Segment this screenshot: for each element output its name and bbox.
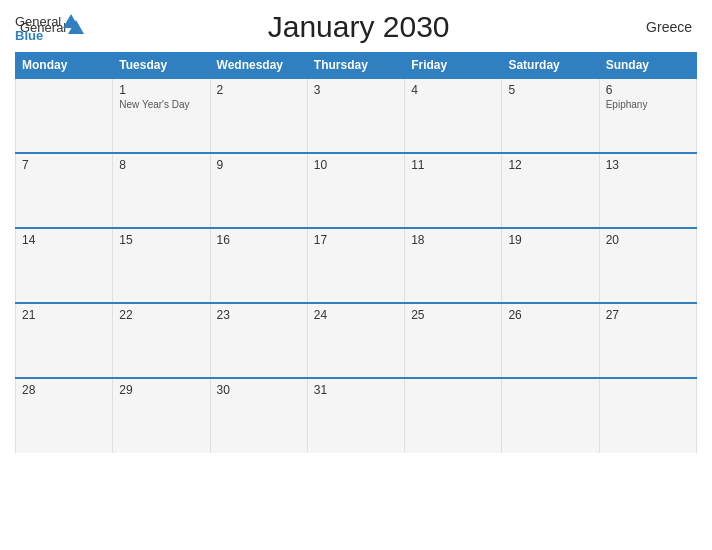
- logo-block: General Blue: [15, 14, 80, 44]
- day-number: 21: [22, 308, 106, 322]
- day-number: 6: [606, 83, 690, 97]
- day-number: 12: [508, 158, 592, 172]
- country-label: Greece: [632, 19, 692, 35]
- day-cell: 4: [405, 78, 502, 153]
- day-cell: 19: [502, 228, 599, 303]
- day-cell: 3: [307, 78, 404, 153]
- day-cell: 2: [210, 78, 307, 153]
- holiday-name: New Year's Day: [119, 99, 203, 110]
- calendar-thead: Monday Tuesday Wednesday Thursday Friday…: [16, 53, 697, 79]
- week-row-0: 1New Year's Day23456Epiphany: [16, 78, 697, 153]
- day-number: 7: [22, 158, 106, 172]
- day-cell: 13: [599, 153, 696, 228]
- day-number: 19: [508, 233, 592, 247]
- day-number: 11: [411, 158, 495, 172]
- day-cell: 25: [405, 303, 502, 378]
- day-number: 13: [606, 158, 690, 172]
- day-cell: 22: [113, 303, 210, 378]
- day-cell: 14: [16, 228, 113, 303]
- day-number: 27: [606, 308, 690, 322]
- day-number: 26: [508, 308, 592, 322]
- day-number: 31: [314, 383, 398, 397]
- day-number: 17: [314, 233, 398, 247]
- day-number: 2: [217, 83, 301, 97]
- logo-flag-icon: [62, 13, 80, 29]
- day-cell: 1New Year's Day: [113, 78, 210, 153]
- day-number: 20: [606, 233, 690, 247]
- day-number: 22: [119, 308, 203, 322]
- day-cell: 6Epiphany: [599, 78, 696, 153]
- day-cell: [16, 78, 113, 153]
- holiday-name: Epiphany: [606, 99, 690, 110]
- day-number: 24: [314, 308, 398, 322]
- calendar-wrapper: General General Blue January 2030 Greece: [0, 0, 712, 550]
- day-number: 14: [22, 233, 106, 247]
- week-row-1: 78910111213: [16, 153, 697, 228]
- day-number: 15: [119, 233, 203, 247]
- day-cell: 10: [307, 153, 404, 228]
- day-cell: 7: [16, 153, 113, 228]
- col-friday: Friday: [405, 53, 502, 79]
- calendar-body: 1New Year's Day23456Epiphany789101112131…: [16, 78, 697, 453]
- day-cell: [502, 378, 599, 453]
- day-cell: 11: [405, 153, 502, 228]
- day-number: 10: [314, 158, 398, 172]
- day-cell: 18: [405, 228, 502, 303]
- day-number: 3: [314, 83, 398, 97]
- day-number: 9: [217, 158, 301, 172]
- day-cell: [405, 378, 502, 453]
- day-cell: 23: [210, 303, 307, 378]
- day-cell: 24: [307, 303, 404, 378]
- day-cell: 21: [16, 303, 113, 378]
- day-number: 29: [119, 383, 203, 397]
- calendar-header: General General Blue January 2030 Greece: [15, 10, 697, 44]
- col-thursday: Thursday: [307, 53, 404, 79]
- day-cell: 20: [599, 228, 696, 303]
- day-cell: 27: [599, 303, 696, 378]
- day-cell: 30: [210, 378, 307, 453]
- day-cell: 5: [502, 78, 599, 153]
- day-number: 23: [217, 308, 301, 322]
- col-saturday: Saturday: [502, 53, 599, 79]
- day-cell: 17: [307, 228, 404, 303]
- day-number: 30: [217, 383, 301, 397]
- month-title: January 2030: [85, 10, 632, 44]
- col-wednesday: Wednesday: [210, 53, 307, 79]
- day-cell: 29: [113, 378, 210, 453]
- day-number: 4: [411, 83, 495, 97]
- day-cell: 26: [502, 303, 599, 378]
- calendar-table: Monday Tuesday Wednesday Thursday Friday…: [15, 52, 697, 453]
- day-number: 16: [217, 233, 301, 247]
- svg-marker-1: [63, 14, 79, 28]
- day-number: 8: [119, 158, 203, 172]
- day-cell: 31: [307, 378, 404, 453]
- day-cell: 12: [502, 153, 599, 228]
- day-cell: 28: [16, 378, 113, 453]
- day-cell: [599, 378, 696, 453]
- day-cell: 15: [113, 228, 210, 303]
- week-row-2: 14151617181920: [16, 228, 697, 303]
- week-row-3: 21222324252627: [16, 303, 697, 378]
- day-number: 1: [119, 83, 203, 97]
- col-tuesday: Tuesday: [113, 53, 210, 79]
- day-cell: 9: [210, 153, 307, 228]
- day-cell: 16: [210, 228, 307, 303]
- col-monday: Monday: [16, 53, 113, 79]
- day-number: 25: [411, 308, 495, 322]
- weekday-header-row: Monday Tuesday Wednesday Thursday Friday…: [16, 53, 697, 79]
- day-number: 28: [22, 383, 106, 397]
- week-row-4: 28293031: [16, 378, 697, 453]
- day-number: 5: [508, 83, 592, 97]
- logo-blue: Blue: [15, 28, 43, 43]
- col-sunday: Sunday: [599, 53, 696, 79]
- day-number: 18: [411, 233, 495, 247]
- day-cell: 8: [113, 153, 210, 228]
